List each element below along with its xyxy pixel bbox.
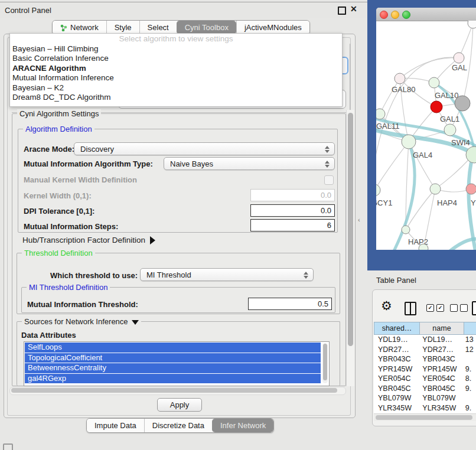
table-row[interactable]: YER054CYER054C8. bbox=[374, 374, 476, 384]
network-node-gal10[interactable] bbox=[429, 77, 439, 88]
kernel-width-field[interactable]: 0.0 bbox=[250, 189, 335, 201]
table-cell[interactable]: YLR345W bbox=[418, 403, 461, 413]
network-node-gal80[interactable] bbox=[395, 73, 405, 84]
table-cell[interactable]: YDR27… bbox=[418, 345, 461, 355]
table-cell[interactable]: YDR27… bbox=[374, 345, 418, 355]
mi-steps-field[interactable]: 6 bbox=[250, 219, 335, 231]
algorithm-option-bayesian-hill-climbing[interactable]: Bayesian – Hill Climbing bbox=[10, 44, 342, 54]
attribute-item-betweennesscentrality[interactable]: BetweennessCentrality bbox=[25, 363, 321, 373]
column-header-cut[interactable] bbox=[464, 322, 476, 335]
restore-panel-icon[interactable] bbox=[3, 444, 13, 450]
dpi-tolerance-field[interactable]: 0.0 bbox=[250, 204, 335, 217]
table-cell[interactable]: YBR043C bbox=[418, 354, 461, 364]
algorithm-option-bayesian-k2[interactable]: Bayesian – K2 bbox=[10, 83, 342, 93]
settings-vertical-scrollbar[interactable] bbox=[346, 110, 354, 386]
tab-impute-data[interactable]: Impute Data bbox=[87, 419, 144, 432]
tab-infer-network[interactable]: Infer Network bbox=[212, 419, 273, 432]
mi-type-select[interactable]: Naive Bayes bbox=[164, 157, 335, 170]
column-header-name[interactable]: name bbox=[420, 322, 464, 335]
table-cell[interactable]: YPR145W bbox=[374, 364, 418, 374]
export-table-icon[interactable] bbox=[472, 301, 476, 315]
hub-definition-toggle[interactable]: Hub/Transcription Factor Definition bbox=[22, 236, 155, 244]
table-row[interactable]: YBR043CYBR043C bbox=[374, 354, 476, 364]
tab-jactivemnodules[interactable]: jActiveMNodules bbox=[236, 21, 309, 34]
table-cell[interactable]: YBR045C bbox=[418, 384, 461, 394]
table-cell[interactable]: YBL079W bbox=[418, 393, 461, 403]
network-view-window[interactable]: GALGAL80GAL10GAL1GAL11GAL4SWI4GCY1HAP4YH… bbox=[376, 8, 476, 250]
network-node-gal11[interactable] bbox=[376, 109, 385, 119]
network-node[interactable] bbox=[431, 101, 442, 113]
table-row[interactable]: YPR145WYPR145W9. bbox=[374, 364, 476, 374]
unselect-all-columns-icon[interactable] bbox=[450, 304, 468, 312]
algorithm-option-aracne-algorithm[interactable]: ARACNE Algorithm bbox=[10, 64, 342, 73]
table-cell[interactable]: YER054C bbox=[374, 374, 418, 384]
close-icon[interactable]: ✕ bbox=[350, 4, 357, 14]
table-horizontal-scrollbar[interactable] bbox=[374, 413, 476, 421]
select-all-columns-icon[interactable]: ✓ ✓ bbox=[426, 304, 444, 312]
network-node-gal1[interactable] bbox=[444, 124, 456, 136]
settings-horizontal-scrollbar-thumb[interactable] bbox=[11, 388, 337, 393]
network-node[interactable] bbox=[455, 96, 470, 111]
tab-cyni-toolbox[interactable]: Cyni Toolbox bbox=[177, 21, 236, 34]
table-horizontal-scrollbar-thumb[interactable] bbox=[376, 415, 472, 420]
aracne-mode-select[interactable]: Discovery bbox=[74, 142, 335, 155]
attribute-item-gal4rgexp[interactable]: gal4RGexp bbox=[25, 374, 321, 384]
network-node-gal[interactable] bbox=[454, 53, 464, 63]
which-threshold-select[interactable]: MI Threshold bbox=[140, 268, 314, 281]
settings-vertical-scrollbar-thumb[interactable] bbox=[348, 113, 353, 346]
table-cell[interactable]: YBR045C bbox=[374, 384, 418, 394]
table-cell[interactable]: YBL079W bbox=[374, 393, 418, 403]
table-body[interactable]: YDL19…YDL19…13YDR27…YDR27…12YBR043CYBR04… bbox=[374, 335, 476, 413]
tab-select[interactable]: Select bbox=[139, 21, 177, 34]
algorithm-option-mutual-information-inference[interactable]: Mutual Information Inference bbox=[10, 73, 342, 83]
split-columns-icon[interactable] bbox=[405, 302, 416, 315]
table-cell[interactable]: YBR043C bbox=[374, 354, 418, 364]
apply-button[interactable]: Apply bbox=[157, 398, 202, 412]
mi-threshold-field[interactable]: 0.5 bbox=[248, 298, 332, 310]
network-node-y[interactable] bbox=[466, 184, 476, 194]
minimize-traffic-light-icon[interactable] bbox=[391, 11, 399, 19]
table-cell[interactable]: YLR345W bbox=[374, 403, 418, 413]
tab-style[interactable]: Style bbox=[106, 21, 139, 34]
table-cell[interactable] bbox=[461, 393, 476, 403]
attribute-item-selfloops[interactable]: SelfLoops bbox=[25, 343, 321, 353]
table-row[interactable]: YBR045CYBR045C9. bbox=[374, 384, 476, 394]
table-cell[interactable]: 12 bbox=[461, 345, 476, 355]
table-row[interactable]: YLR345WYLR345W9. bbox=[374, 403, 476, 413]
network-node[interactable] bbox=[468, 21, 476, 28]
table-cell[interactable]: YDL19… bbox=[374, 335, 418, 345]
table-cell[interactable]: YPR145W bbox=[418, 364, 461, 374]
network-node-hap2[interactable] bbox=[402, 226, 410, 234]
attribute-item-topologicalcoefficient[interactable]: TopologicalCoefficient bbox=[25, 353, 321, 363]
gear-icon[interactable]: ⚙ bbox=[381, 299, 392, 313]
network-node-gcy1[interactable] bbox=[376, 184, 380, 196]
attribute-list-scrollbar-thumb[interactable] bbox=[323, 344, 327, 380]
table-cell[interactable]: YER054C bbox=[418, 374, 461, 384]
settings-horizontal-scrollbar[interactable] bbox=[9, 387, 346, 395]
data-attributes-list[interactable]: SelfLoopsTopologicalCoefficientBetweenne… bbox=[24, 341, 330, 386]
table-cell[interactable] bbox=[461, 354, 476, 364]
table-cell[interactable]: 9. bbox=[461, 364, 476, 374]
tab-discretize-data[interactable]: Discretize Data bbox=[144, 419, 212, 432]
network-graph[interactable]: GALGAL80GAL10GAL1GAL11GAL4SWI4GCY1HAP4YH… bbox=[376, 21, 476, 250]
table-cell[interactable]: 8. bbox=[461, 374, 476, 384]
table-row[interactable]: YBL079WYBL079W bbox=[374, 393, 476, 403]
table-row[interactable]: YDL19…YDL19…13 bbox=[374, 335, 476, 345]
close-traffic-light-icon[interactable] bbox=[380, 11, 388, 19]
network-window-titlebar[interactable] bbox=[376, 8, 476, 21]
table-cell[interactable]: 13 bbox=[461, 335, 476, 345]
algorithm-option-basic-correlation-inference[interactable]: Basic Correlation Inference bbox=[10, 54, 342, 63]
table-row[interactable]: YDR27…YDR27…12 bbox=[374, 345, 476, 355]
tab-network[interactable]: Network bbox=[53, 21, 106, 34]
panel-collapse-icon[interactable]: ‹ bbox=[358, 216, 360, 223]
table-cell[interactable]: 9. bbox=[461, 384, 476, 394]
table-cell[interactable]: YDL19… bbox=[418, 335, 461, 345]
table-cell[interactable]: 9. bbox=[461, 403, 476, 413]
attribute-list-scrollbar[interactable] bbox=[322, 343, 328, 383]
float-window-icon[interactable] bbox=[338, 6, 346, 15]
manual-kernel-checkbox[interactable] bbox=[324, 175, 334, 185]
sources-group-label[interactable]: Sources for Network Inference bbox=[22, 317, 141, 326]
column-header-shared-name[interactable]: shared… bbox=[374, 322, 420, 335]
zoom-traffic-light-icon[interactable] bbox=[402, 11, 410, 19]
network-node-hap4[interactable] bbox=[430, 184, 441, 194]
